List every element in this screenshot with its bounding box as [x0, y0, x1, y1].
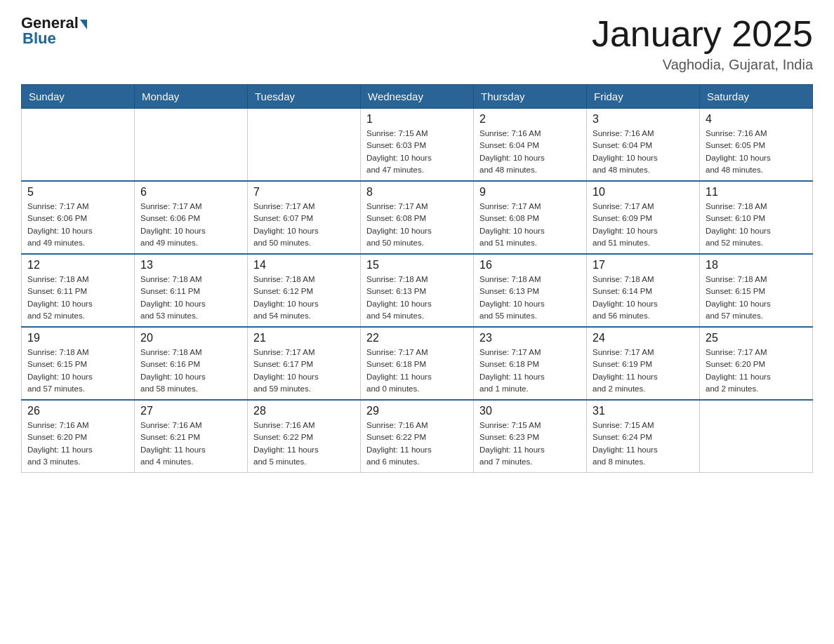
calendar-cell: 4Sunrise: 7:16 AMSunset: 6:05 PMDaylight…: [700, 109, 813, 182]
day-info: Sunrise: 7:18 AMSunset: 6:13 PMDaylight:…: [479, 274, 581, 322]
day-info: Sunrise: 7:15 AMSunset: 6:23 PMDaylight:…: [479, 420, 581, 468]
logo-arrow-icon: [80, 20, 87, 29]
day-number: 14: [253, 259, 355, 271]
day-number: 11: [706, 186, 807, 199]
day-info: Sunrise: 7:16 AMSunset: 6:20 PMDaylight:…: [27, 420, 128, 468]
weekday-header-sunday: Sunday: [22, 85, 135, 109]
day-info: Sunrise: 7:18 AMSunset: 6:12 PMDaylight:…: [253, 274, 355, 322]
day-info: Sunrise: 7:17 AMSunset: 6:08 PMDaylight:…: [366, 201, 468, 249]
day-number: 31: [593, 405, 694, 417]
calendar-cell: 7Sunrise: 7:17 AMSunset: 6:07 PMDaylight…: [248, 181, 361, 254]
day-info: Sunrise: 7:16 AMSunset: 6:04 PMDaylight:…: [593, 128, 694, 176]
calendar-cell: 19Sunrise: 7:18 AMSunset: 6:15 PMDayligh…: [22, 327, 135, 400]
calendar-cell: 1Sunrise: 7:15 AMSunset: 6:03 PMDaylight…: [361, 109, 474, 182]
calendar-cell: [135, 109, 248, 182]
calendar-cell: 21Sunrise: 7:17 AMSunset: 6:17 PMDayligh…: [248, 327, 361, 400]
calendar-cell: 28Sunrise: 7:16 AMSunset: 6:22 PMDayligh…: [248, 400, 361, 473]
weekday-header-friday: Friday: [587, 85, 700, 109]
calendar-cell: 25Sunrise: 7:17 AMSunset: 6:20 PMDayligh…: [700, 327, 813, 400]
day-info: Sunrise: 7:17 AMSunset: 6:06 PMDaylight:…: [27, 201, 128, 249]
day-info: Sunrise: 7:18 AMSunset: 6:14 PMDaylight:…: [593, 274, 694, 322]
weekday-header-saturday: Saturday: [700, 85, 813, 109]
calendar-cell: 15Sunrise: 7:18 AMSunset: 6:13 PMDayligh…: [361, 254, 474, 327]
day-number: 22: [366, 332, 468, 344]
calendar-week-row: 12Sunrise: 7:18 AMSunset: 6:11 PMDayligh…: [22, 254, 813, 327]
calendar-cell: 30Sunrise: 7:15 AMSunset: 6:23 PMDayligh…: [474, 400, 587, 473]
calendar-cell: 24Sunrise: 7:17 AMSunset: 6:19 PMDayligh…: [587, 327, 700, 400]
day-number: 7: [253, 186, 355, 199]
day-number: 10: [593, 186, 694, 199]
day-info: Sunrise: 7:17 AMSunset: 6:19 PMDaylight:…: [593, 347, 694, 395]
day-number: 13: [140, 259, 241, 271]
day-number: 20: [140, 332, 241, 344]
day-number: 29: [366, 405, 468, 417]
day-number: 21: [253, 332, 355, 344]
calendar-cell: [700, 400, 813, 473]
calendar-cell: 6Sunrise: 7:17 AMSunset: 6:06 PMDaylight…: [135, 181, 248, 254]
day-info: Sunrise: 7:18 AMSunset: 6:13 PMDaylight:…: [366, 274, 468, 322]
day-info: Sunrise: 7:16 AMSunset: 6:22 PMDaylight:…: [366, 420, 468, 468]
day-info: Sunrise: 7:17 AMSunset: 6:18 PMDaylight:…: [479, 347, 581, 395]
title-section: January 2025 Vaghodia, Gujarat, India: [592, 14, 813, 73]
calendar-cell: 14Sunrise: 7:18 AMSunset: 6:12 PMDayligh…: [248, 254, 361, 327]
location-text: Vaghodia, Gujarat, India: [592, 57, 813, 73]
day-info: Sunrise: 7:17 AMSunset: 6:09 PMDaylight:…: [593, 201, 694, 249]
day-info: Sunrise: 7:15 AMSunset: 6:03 PMDaylight:…: [366, 128, 468, 176]
day-info: Sunrise: 7:18 AMSunset: 6:11 PMDaylight:…: [27, 274, 128, 322]
day-info: Sunrise: 7:18 AMSunset: 6:15 PMDaylight:…: [706, 274, 807, 322]
calendar-cell: 16Sunrise: 7:18 AMSunset: 6:13 PMDayligh…: [474, 254, 587, 327]
weekday-header-tuesday: Tuesday: [248, 85, 361, 109]
day-number: 3: [593, 113, 694, 126]
weekday-header-wednesday: Wednesday: [361, 85, 474, 109]
weekday-header-monday: Monday: [135, 85, 248, 109]
calendar-cell: 2Sunrise: 7:16 AMSunset: 6:04 PMDaylight…: [474, 109, 587, 182]
calendar-week-row: 5Sunrise: 7:17 AMSunset: 6:06 PMDaylight…: [22, 181, 813, 254]
day-number: 24: [593, 332, 694, 344]
day-number: 16: [479, 259, 581, 271]
calendar-cell: 31Sunrise: 7:15 AMSunset: 6:24 PMDayligh…: [587, 400, 700, 473]
day-number: 15: [366, 259, 468, 271]
calendar-cell: 9Sunrise: 7:17 AMSunset: 6:08 PMDaylight…: [474, 181, 587, 254]
day-info: Sunrise: 7:17 AMSunset: 6:18 PMDaylight:…: [366, 347, 468, 395]
day-number: 1: [366, 113, 468, 126]
logo-blue-text: Blue: [22, 29, 87, 48]
calendar-cell: 20Sunrise: 7:18 AMSunset: 6:16 PMDayligh…: [135, 327, 248, 400]
day-number: 23: [479, 332, 581, 344]
day-number: 17: [593, 259, 694, 271]
calendar-cell: 11Sunrise: 7:18 AMSunset: 6:10 PMDayligh…: [700, 181, 813, 254]
page-header: General Blue January 2025 Vaghodia, Guja…: [21, 14, 813, 73]
day-number: 18: [706, 259, 807, 271]
day-number: 25: [706, 332, 807, 344]
calendar-cell: [248, 109, 361, 182]
day-info: Sunrise: 7:18 AMSunset: 6:16 PMDaylight:…: [140, 347, 241, 395]
day-info: Sunrise: 7:18 AMSunset: 6:10 PMDaylight:…: [706, 201, 807, 249]
day-info: Sunrise: 7:18 AMSunset: 6:11 PMDaylight:…: [140, 274, 241, 322]
day-number: 26: [27, 405, 128, 417]
day-info: Sunrise: 7:17 AMSunset: 6:17 PMDaylight:…: [253, 347, 355, 395]
day-number: 6: [140, 186, 241, 199]
calendar-cell: 3Sunrise: 7:16 AMSunset: 6:04 PMDaylight…: [587, 109, 700, 182]
day-info: Sunrise: 7:16 AMSunset: 6:21 PMDaylight:…: [140, 420, 241, 468]
calendar-cell: [22, 109, 135, 182]
day-number: 27: [140, 405, 241, 417]
day-info: Sunrise: 7:16 AMSunset: 6:04 PMDaylight:…: [479, 128, 581, 176]
calendar-cell: 12Sunrise: 7:18 AMSunset: 6:11 PMDayligh…: [22, 254, 135, 327]
calendar-cell: 23Sunrise: 7:17 AMSunset: 6:18 PMDayligh…: [474, 327, 587, 400]
calendar-week-row: 26Sunrise: 7:16 AMSunset: 6:20 PMDayligh…: [22, 400, 813, 473]
calendar-cell: 17Sunrise: 7:18 AMSunset: 6:14 PMDayligh…: [587, 254, 700, 327]
day-number: 4: [706, 113, 807, 126]
day-number: 9: [479, 186, 581, 199]
calendar-cell: 29Sunrise: 7:16 AMSunset: 6:22 PMDayligh…: [361, 400, 474, 473]
calendar-cell: 8Sunrise: 7:17 AMSunset: 6:08 PMDaylight…: [361, 181, 474, 254]
day-number: 30: [479, 405, 581, 417]
calendar-cell: 22Sunrise: 7:17 AMSunset: 6:18 PMDayligh…: [361, 327, 474, 400]
weekday-header-row: SundayMondayTuesdayWednesdayThursdayFrid…: [22, 85, 813, 109]
day-info: Sunrise: 7:16 AMSunset: 6:05 PMDaylight:…: [706, 128, 807, 176]
calendar-cell: 5Sunrise: 7:17 AMSunset: 6:06 PMDaylight…: [22, 181, 135, 254]
day-info: Sunrise: 7:16 AMSunset: 6:22 PMDaylight:…: [253, 420, 355, 468]
day-info: Sunrise: 7:18 AMSunset: 6:15 PMDaylight:…: [27, 347, 128, 395]
calendar-week-row: 1Sunrise: 7:15 AMSunset: 6:03 PMDaylight…: [22, 109, 813, 182]
calendar-cell: 10Sunrise: 7:17 AMSunset: 6:09 PMDayligh…: [587, 181, 700, 254]
calendar-cell: 27Sunrise: 7:16 AMSunset: 6:21 PMDayligh…: [135, 400, 248, 473]
calendar-cell: 26Sunrise: 7:16 AMSunset: 6:20 PMDayligh…: [22, 400, 135, 473]
